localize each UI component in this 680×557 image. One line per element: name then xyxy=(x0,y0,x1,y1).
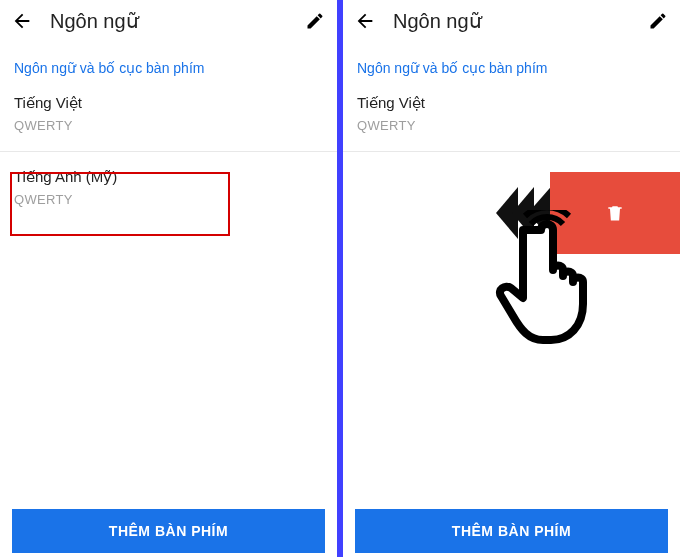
swipe-row[interactable] xyxy=(343,172,680,254)
header: Ngôn ngữ xyxy=(0,0,337,42)
edit-icon[interactable] xyxy=(303,9,327,33)
language-item[interactable]: Tiếng Việt QWERTY xyxy=(0,84,337,145)
language-layout: QWERTY xyxy=(14,192,323,207)
divider xyxy=(343,151,680,152)
phone-right: Ngôn ngữ Ngôn ngữ và bố cục bàn phím Tiế… xyxy=(343,0,680,557)
add-keyboard-button[interactable]: THÊM BÀN PHÍM xyxy=(355,509,668,553)
language-item[interactable]: Tiếng Việt QWERTY xyxy=(343,84,680,145)
page-title: Ngôn ngữ xyxy=(393,9,646,33)
language-name: Tiếng Anh (Mỹ) xyxy=(14,168,323,186)
swipe-left-icon xyxy=(343,172,550,254)
edit-icon[interactable] xyxy=(646,9,670,33)
section-label: Ngôn ngữ và bố cục bàn phím xyxy=(0,42,337,84)
language-name: Tiếng Việt xyxy=(14,94,323,112)
header: Ngôn ngữ xyxy=(343,0,680,42)
back-icon[interactable] xyxy=(10,9,34,33)
section-label: Ngôn ngữ và bố cục bàn phím xyxy=(343,42,680,84)
language-name: Tiếng Việt xyxy=(357,94,666,112)
language-item[interactable]: Tiếng Anh (Mỹ) QWERTY xyxy=(0,158,337,219)
delete-panel[interactable] xyxy=(550,172,680,254)
language-layout: QWERTY xyxy=(357,118,666,133)
add-keyboard-button[interactable]: THÊM BÀN PHÍM xyxy=(12,509,325,553)
divider xyxy=(0,151,337,152)
phone-left: Ngôn ngữ Ngôn ngữ và bố cục bàn phím Tiế… xyxy=(0,0,337,557)
trash-icon xyxy=(605,203,625,223)
page-title: Ngôn ngữ xyxy=(50,9,303,33)
language-layout: QWERTY xyxy=(14,118,323,133)
back-icon[interactable] xyxy=(353,9,377,33)
